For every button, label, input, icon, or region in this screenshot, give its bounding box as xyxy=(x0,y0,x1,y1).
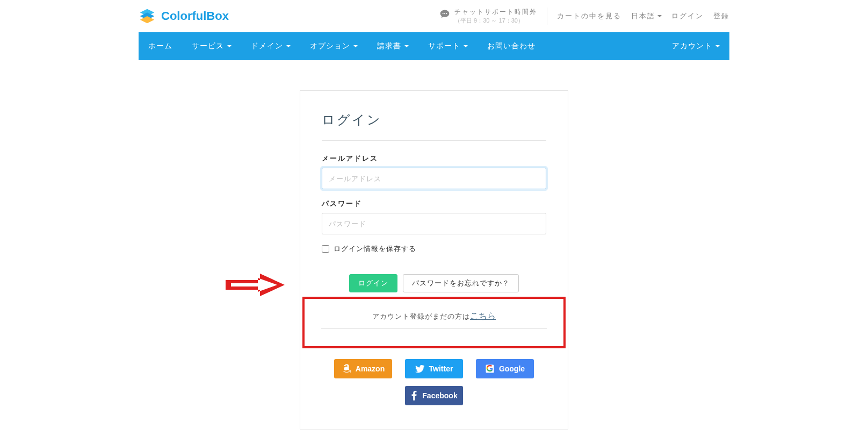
remember-label: ログイン情報を保存する xyxy=(334,244,416,254)
logo-icon xyxy=(139,8,156,25)
login-card: ログイン メールアドレス パスワード ログイン情報を保存する ログイン パスワー… xyxy=(300,90,568,429)
social-amazon-button[interactable]: Amazon xyxy=(334,359,392,378)
nav-item-label: サポート xyxy=(428,41,460,51)
register-prompt-text: アカウント登録がまだの方は xyxy=(372,312,470,320)
login-title: ログイン xyxy=(322,111,546,141)
login-link[interactable]: ログイン xyxy=(671,11,704,21)
arrow-right-icon xyxy=(226,273,285,297)
password-input[interactable] xyxy=(322,213,546,234)
nav-home[interactable]: ホーム xyxy=(139,32,182,60)
facebook-icon xyxy=(410,391,418,400)
caret-down-icon xyxy=(227,45,232,47)
social-facebook-button[interactable]: Facebook xyxy=(405,386,463,405)
language-label: 日本語 xyxy=(631,11,655,21)
main-nav: ホーム サービス ドメイン オプション 請求書 サポート お問い合わせ アカウン… xyxy=(139,32,729,60)
social-label: Twitter xyxy=(429,364,453,373)
nav-item-label: お問い合わせ xyxy=(487,41,536,51)
nav-item-label: アカウント xyxy=(672,41,712,51)
nav-item-label: ホーム xyxy=(148,41,172,51)
svg-marker-2 xyxy=(140,16,155,23)
nav-billing[interactable]: 請求書 xyxy=(367,32,418,60)
nav-account[interactable]: アカウント xyxy=(662,32,729,60)
chat-support-status: チャットサポート時間外 （平日 9：30 ～ 17：30） xyxy=(439,8,547,25)
caret-down-icon xyxy=(286,45,291,47)
svg-point-5 xyxy=(446,13,447,14)
cart-link[interactable]: カートの中を見る xyxy=(557,11,621,21)
nav-item-label: 請求書 xyxy=(377,41,401,51)
forgot-password-button[interactable]: パスワードをお忘れですか？ xyxy=(403,274,519,292)
brand-name: ColorfulBox xyxy=(161,9,229,23)
nav-item-label: サービス xyxy=(192,41,224,51)
email-input[interactable] xyxy=(322,168,546,189)
twitter-icon xyxy=(415,364,425,374)
annotation-arrow xyxy=(226,273,285,299)
chat-title: チャットサポート時間外 xyxy=(454,8,537,17)
register-here-link[interactable]: こちら xyxy=(470,311,496,320)
chat-hours: （平日 9：30 ～ 17：30） xyxy=(454,17,537,25)
language-selector[interactable]: 日本語 xyxy=(631,11,662,21)
nav-domain[interactable]: ドメイン xyxy=(241,32,300,60)
social-google-button[interactable]: Google xyxy=(476,359,534,378)
amazon-icon xyxy=(342,364,351,374)
svg-point-4 xyxy=(444,13,445,14)
password-label: パスワード xyxy=(322,199,546,209)
nav-option[interactable]: オプション xyxy=(300,32,367,60)
caret-down-icon xyxy=(464,45,468,47)
remember-checkbox-row[interactable]: ログイン情報を保存する xyxy=(322,244,546,254)
social-label: Google xyxy=(499,364,525,373)
register-callout: アカウント登録がまだの方はこちら xyxy=(302,297,566,348)
caret-down-icon xyxy=(657,15,662,17)
remember-checkbox[interactable] xyxy=(322,245,329,253)
nav-support[interactable]: サポート xyxy=(418,32,478,60)
login-button[interactable]: ログイン xyxy=(349,274,397,292)
register-link[interactable]: 登録 xyxy=(713,11,729,21)
social-twitter-button[interactable]: Twitter xyxy=(405,359,463,378)
caret-down-icon xyxy=(715,45,720,47)
email-label: メールアドレス xyxy=(322,154,546,163)
brand-logo[interactable]: ColorfulBox xyxy=(139,8,229,25)
social-label: Amazon xyxy=(356,364,385,373)
caret-down-icon xyxy=(353,45,358,47)
nav-item-label: ドメイン xyxy=(251,41,283,51)
chat-icon xyxy=(439,9,450,19)
caret-down-icon xyxy=(404,45,409,47)
nav-service[interactable]: サービス xyxy=(182,32,241,60)
svg-point-3 xyxy=(443,13,444,14)
social-label: Facebook xyxy=(422,391,457,400)
nav-item-label: オプション xyxy=(310,41,350,51)
nav-contact[interactable]: お問い合わせ xyxy=(478,32,545,60)
google-icon xyxy=(485,364,495,374)
